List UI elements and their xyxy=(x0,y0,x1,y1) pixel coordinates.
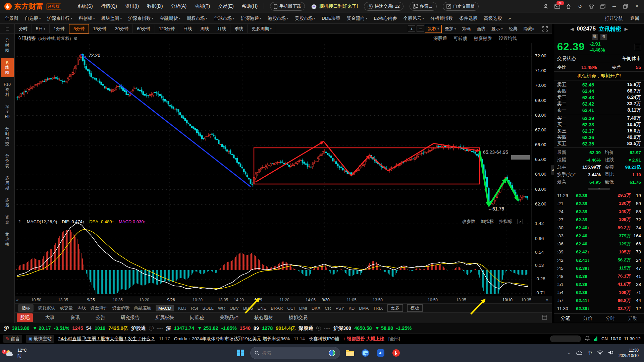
open-account-ad-link[interactable]: 抓住机会，即刻开户! xyxy=(554,71,644,80)
restore-icon[interactable] xyxy=(623,3,629,9)
panel-splitter-handle[interactable]: ◀ xyxy=(551,165,554,175)
sidebar-item[interactable]: F10 资 料 xyxy=(1,80,14,99)
indicator-tab[interactable]: MACD xyxy=(156,305,174,311)
indicator-tab[interactable]: 资金博弈 xyxy=(90,305,108,311)
chart-tool-button[interactable]: − xyxy=(417,25,424,32)
period-button[interactable]: 月线 xyxy=(213,24,230,33)
skin-icon[interactable] xyxy=(588,3,594,9)
undo-icon[interactable]: ↺ xyxy=(577,3,583,9)
sell-level-row[interactable]: 卖五62.4515.6万 xyxy=(557,81,641,88)
indicator-tab[interactable]: ENE xyxy=(258,306,267,311)
indicator-tab[interactable]: WR xyxy=(218,306,225,311)
news-item[interactable]: 24小时直播:飞主弱！股市大变脸！发生了什么？ xyxy=(58,336,155,342)
macd-panel[interactable] xyxy=(15,218,552,296)
chart-tool-button[interactable]: 隐藏» xyxy=(521,25,538,33)
quote-panel-tab[interactable]: 分笔 xyxy=(561,315,570,321)
chart-tool-button[interactable]: 画线 xyxy=(474,25,488,33)
indicator-tab[interactable]: RSI xyxy=(191,306,198,311)
nav-item[interactable]: 返回 xyxy=(630,15,639,21)
nav-item[interactable]: » xyxy=(508,16,511,21)
chart-header-link[interactable]: 深股通 xyxy=(433,36,447,42)
sidebar-item[interactable]: 深 度 F9 xyxy=(1,102,14,121)
scroll-right-icon[interactable]: » xyxy=(546,297,548,302)
quote-panel-tab[interactable]: 异动 xyxy=(628,315,638,321)
minimize-icon[interactable]: ─ xyxy=(611,3,617,9)
buy-level-row[interactable]: 买四62.3649.9万 xyxy=(557,134,641,140)
sidebar-item[interactable]: 资 金 xyxy=(1,213,14,227)
sidebar-item[interactable]: 分 价 表 xyxy=(1,152,14,171)
indicator-tab[interactable]: 成交量 xyxy=(60,305,73,311)
message-button[interactable]: ✎ 留言 xyxy=(3,335,22,343)
nav-item[interactable]: 沪深京指数▾ xyxy=(128,15,153,21)
nav-item[interactable]: L2核心内参 xyxy=(374,15,397,21)
indicator-tab[interactable]: 指标 xyxy=(18,304,34,312)
indicator-tab[interactable]: 更多 xyxy=(387,304,403,312)
sidebar-item[interactable]: 多 周 期 xyxy=(1,174,14,193)
dock-window-icon[interactable] xyxy=(600,3,606,9)
sidebar-item[interactable]: K 线 图 xyxy=(1,58,14,77)
info-tab[interactable]: 模拟交易 xyxy=(285,313,311,322)
nav-item[interactable]: 高级选股 xyxy=(484,15,502,21)
sell-level-row[interactable]: 卖四62.4468.7万 xyxy=(557,88,641,94)
menu-item[interactable]: 分析(A) xyxy=(171,3,187,9)
sidebar-top-handle[interactable] xyxy=(0,24,15,34)
chart-tool-button[interactable]: 显示▾ xyxy=(488,25,506,33)
taskbar-search[interactable] xyxy=(250,347,340,359)
sell-level-row[interactable]: 卖一62.418.11万 xyxy=(557,107,641,113)
index-status-bar[interactable]: 沪3913.80▼ 20.17-0.51%12455410197425.0亿沪股… xyxy=(0,323,644,333)
period-button[interactable]: 分时 xyxy=(15,24,32,33)
period-button[interactable]: 30分钟 xyxy=(111,24,133,33)
chart-tool-button[interactable]: 叠加▾ xyxy=(442,25,459,33)
taskbar-clock[interactable]: 11:302025/10/10 xyxy=(619,348,639,358)
menu-item[interactable]: 行情(Q) xyxy=(101,3,117,9)
next-stock-icon[interactable]: ▶ xyxy=(625,26,628,32)
indicator-tab[interactable]: CR xyxy=(325,306,331,311)
chart-header-link[interactable]: 融资融券 xyxy=(474,36,492,42)
menu-item[interactable]: 数据(D) xyxy=(147,3,163,9)
info-tab[interactable]: 研究报告 xyxy=(117,313,143,322)
news-item[interactable]: ↑ 银都股份 大幅上涨 xyxy=(343,336,384,342)
onedrive-cloud-icon[interactable] xyxy=(576,350,583,356)
indicator-tab[interactable]: DMA xyxy=(359,306,369,311)
sidebar-item[interactable]: 分 时 图 xyxy=(1,36,14,55)
volume-icon[interactable] xyxy=(608,350,613,356)
nav-item[interactable]: 打开导航 xyxy=(605,15,623,21)
indicator-tab[interactable]: 恢复默认 xyxy=(38,305,55,311)
news-item[interactable]: [全部] xyxy=(388,336,400,342)
sidebar-item[interactable]: 分 时 成 交 xyxy=(1,124,14,148)
user-icon[interactable] xyxy=(543,3,549,9)
nav-item[interactable]: 全景图 xyxy=(5,15,18,21)
mail-icon[interactable]: 99+ xyxy=(554,3,560,9)
chart-tool-button[interactable]: + xyxy=(408,25,416,32)
info-tab[interactable]: 股吧 xyxy=(17,313,33,322)
info-tab[interactable]: 资讯 xyxy=(67,313,83,322)
news-item[interactable]: 11:17 xyxy=(159,336,170,341)
macd-link[interactable]: 换指标 xyxy=(499,219,512,225)
help-icon[interactable]: ? xyxy=(17,219,22,224)
news-item[interactable]: Omida：2024年液体冷却市场达到19亿美元 增长率达96% xyxy=(174,336,290,342)
info-tab[interactable]: 公告 xyxy=(92,313,108,322)
period-button[interactable]: 周线 xyxy=(196,24,213,33)
indicator-tab[interactable]: CCI xyxy=(287,306,294,311)
file-explorer-icon[interactable] xyxy=(344,347,356,359)
chart-tool-button[interactable]: 复权▾ xyxy=(425,25,442,33)
indicator-tab[interactable]: TRIX xyxy=(373,306,383,311)
tick-list[interactable]: 11:29 62.39 29.3万 19 :21 62.39 130万 59 :… xyxy=(554,191,644,313)
info-tab[interactable]: 关联品种 xyxy=(216,313,242,322)
nav-item[interactable]: DDE决策 xyxy=(322,15,340,21)
eastmoney-app-icon[interactable] xyxy=(390,347,402,359)
close-icon[interactable]: × xyxy=(634,3,640,9)
quote-panel-tab[interactable]: 分价 xyxy=(583,315,593,321)
nav-item[interactable]: 板块监测▾ xyxy=(101,15,122,21)
fullscreen-icon[interactable] xyxy=(542,25,548,32)
menu-item[interactable]: 功能(T) xyxy=(195,3,210,9)
menu-item[interactable]: 系统(S) xyxy=(77,3,93,9)
prev-stock-icon[interactable]: ◀ xyxy=(570,26,574,32)
bell-icon[interactable] xyxy=(585,336,590,342)
weather-widget[interactable]: 2 12°C阴 xyxy=(0,348,32,358)
chart-header-link[interactable]: 设置均线 xyxy=(499,36,517,42)
expand-grid-icon[interactable] xyxy=(542,315,547,321)
info-tab[interactable]: 问董秘 xyxy=(186,313,207,322)
ai-app-icon[interactable]: AI xyxy=(375,347,386,359)
gear-icon[interactable]: ⚙ xyxy=(74,36,78,41)
